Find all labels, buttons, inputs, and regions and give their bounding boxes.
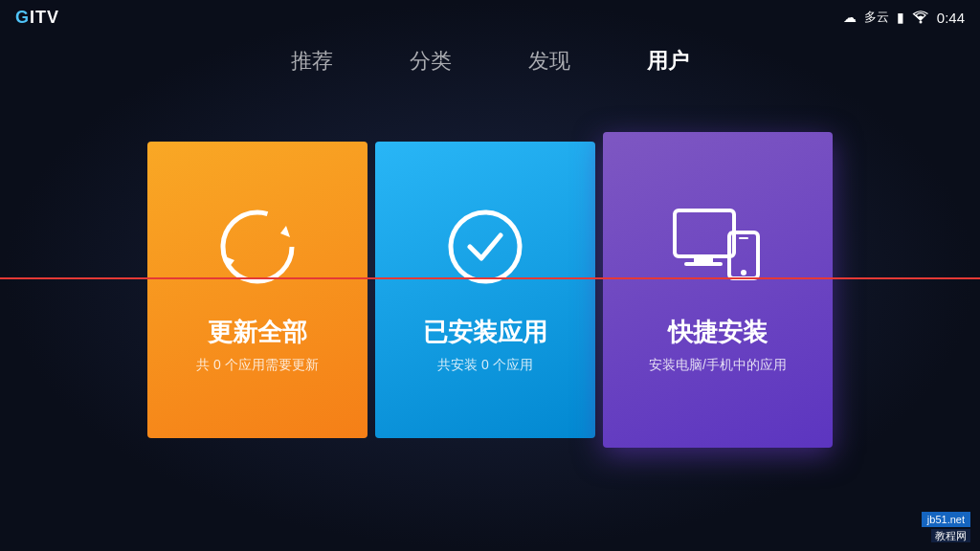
card-update-all-title: 更新全部 bbox=[208, 316, 307, 349]
watermark-site: jb51.net bbox=[922, 512, 970, 527]
svg-point-4 bbox=[451, 212, 520, 281]
svg-rect-5 bbox=[675, 210, 734, 256]
nav-item-user[interactable]: 用户 bbox=[637, 41, 699, 81]
cloud-icon: ☁ bbox=[843, 10, 857, 25]
red-focus-line bbox=[0, 277, 980, 279]
watermark: jb51.net 教程网 bbox=[922, 512, 970, 543]
svg-rect-7 bbox=[684, 262, 723, 266]
nav-item-discover[interactable]: 发现 bbox=[519, 41, 580, 81]
nav-item-category[interactable]: 分类 bbox=[400, 41, 461, 81]
devices-icon bbox=[670, 206, 766, 287]
cards-container: 更新全部 共 0 个应用需要更新 已安装应用 共安装 0 个应用 bbox=[144, 142, 836, 448]
status-bar: GITV ☁ 多云 ▮ 0:44 bbox=[0, 0, 980, 34]
svg-rect-10 bbox=[739, 237, 748, 239]
refresh-icon bbox=[217, 207, 298, 287]
card-installed-title: 已安装应用 bbox=[423, 316, 547, 349]
svg-rect-6 bbox=[694, 256, 713, 262]
wifi-icon bbox=[912, 11, 929, 24]
check-icon bbox=[445, 207, 525, 287]
watermark-label: 教程网 bbox=[931, 529, 970, 542]
time-display: 0:44 bbox=[937, 10, 965, 26]
weather-label: 多云 bbox=[864, 9, 889, 26]
svg-point-9 bbox=[741, 270, 746, 276]
svg-point-1 bbox=[223, 212, 292, 281]
card-quick-install-subtitle: 安装电脑/手机中的应用 bbox=[649, 357, 787, 374]
card-quick-install[interactable]: 快捷安装 安装电脑/手机中的应用 bbox=[603, 132, 833, 448]
card-update-all[interactable]: 更新全部 共 0 个应用需要更新 bbox=[147, 142, 368, 438]
card-installed-subtitle: 共安装 0 个应用 bbox=[437, 357, 533, 374]
status-right: ☁ 多云 ▮ 0:44 bbox=[843, 9, 965, 26]
main-nav: 推荐 分类 发现 用户 bbox=[0, 34, 980, 88]
logo-area: GITV bbox=[15, 8, 59, 28]
card-quick-install-title: 快捷安装 bbox=[668, 316, 768, 349]
card-installed-apps[interactable]: 已安装应用 共安装 0 个应用 bbox=[375, 142, 595, 438]
battery-icon: ▮ bbox=[897, 10, 904, 25]
card-update-all-subtitle: 共 0 个应用需要更新 bbox=[196, 357, 319, 374]
app-logo: GITV bbox=[15, 8, 59, 28]
svg-point-0 bbox=[919, 21, 922, 24]
svg-marker-2 bbox=[280, 226, 290, 237]
nav-item-recommend[interactable]: 推荐 bbox=[281, 41, 343, 81]
